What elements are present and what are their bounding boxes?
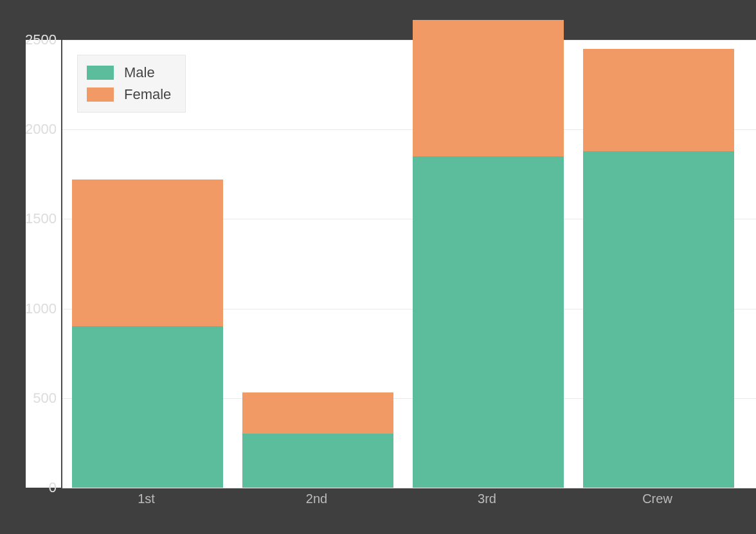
bar-2nd [242, 392, 393, 488]
gridline [62, 488, 756, 488]
x-tick-label: 2nd [306, 492, 327, 506]
legend: MaleFemale [77, 55, 186, 113]
y-tick-label: 2500 [0, 32, 57, 48]
y-tick-label: 1000 [0, 300, 57, 317]
bar-segment-male [583, 151, 734, 488]
bar-segment-female [72, 180, 223, 326]
bar-segment-male [413, 156, 564, 488]
bar-segment-female [583, 49, 734, 151]
y-tick-label: 500 [0, 390, 57, 407]
bar-segment-female [242, 392, 393, 434]
legend-label: Female [124, 86, 171, 103]
legend-item-female: Female [87, 84, 171, 106]
y-tick-label: 1500 [0, 210, 57, 227]
bar-segment-male [72, 326, 223, 488]
legend-swatch [87, 87, 114, 102]
legend-swatch [87, 66, 114, 80]
x-tick-label: 1st [138, 492, 155, 506]
legend-item-male: Male [87, 62, 171, 84]
x-tick-label: Crew [642, 492, 672, 506]
bar-segment-female [413, 20, 564, 156]
legend-label: Male [124, 64, 155, 81]
x-tick-label: 3rd [478, 492, 496, 506]
top-banner [0, 0, 756, 40]
bar-segment-male [242, 434, 393, 488]
bar-3rd [413, 20, 564, 488]
y-tick-label: 2000 [0, 121, 57, 138]
bar-crew [583, 49, 734, 488]
y-tick-label: 0 [0, 479, 57, 496]
left-cover [0, 40, 26, 488]
gridline [62, 40, 756, 41]
bar-1st [72, 180, 223, 488]
